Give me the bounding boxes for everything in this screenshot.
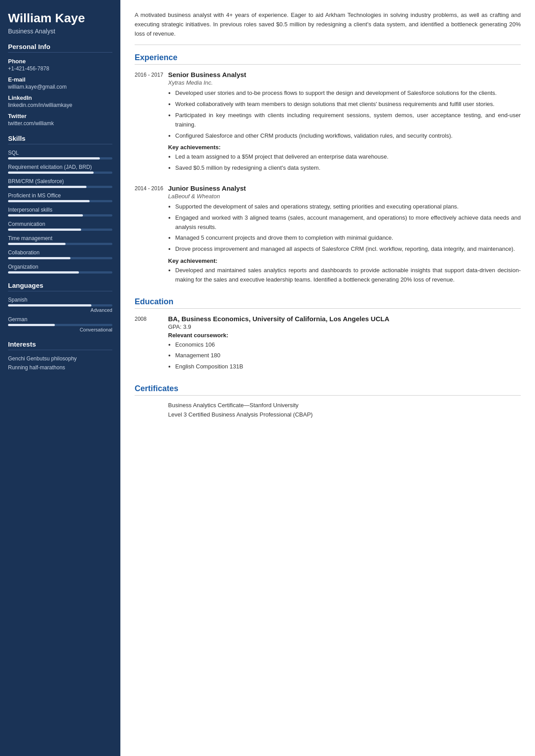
skill-bar-bg <box>8 186 112 188</box>
entry-dates: 2016 - 2017 <box>135 71 168 176</box>
skill-name: Collaboration <box>8 249 112 256</box>
certificates-list: Business Analytics Certificate—Stanford … <box>135 402 521 418</box>
summary-text: A motivated business analyst with 4+ yea… <box>135 11 521 45</box>
education-section: Education 2008 BA, Business Economics, U… <box>135 297 521 375</box>
skill-bar-fill <box>8 172 94 174</box>
certificates-heading: Certificates <box>135 384 521 396</box>
skills-list: SQL Requirement elicitation (JAD, BRD) B… <box>8 150 112 274</box>
coursework-item: Economics 106 <box>175 340 521 350</box>
entry-bullets: Developed user stories and to-be process… <box>175 89 521 140</box>
coursework-label: Relevant coursework: <box>168 332 521 339</box>
certificates-section: Certificates Business Analytics Certific… <box>135 384 521 418</box>
skill-bar-fill <box>8 229 81 231</box>
experience-entry: 2014 - 2016 Junior Business Analyst LaBe… <box>135 184 521 288</box>
skill-item: BRM/CRM (Salesforce) <box>8 178 112 188</box>
personal-info-fields: Phone +1-421-456-7878 E-mail william.kay… <box>8 58 112 127</box>
entry-bullets: Supported the development of sales and o… <box>175 202 521 254</box>
interests-list: Genchi Genbutsu philosophyRunning half-m… <box>8 356 112 371</box>
skill-name: Interpersonal skills <box>8 207 112 213</box>
phone-value: +1-421-456-7878 <box>8 65 112 72</box>
education-entry: 2008 BA, Business Economics, University … <box>135 315 521 375</box>
email-value: william.kaye@gmail.com <box>8 84 112 90</box>
skill-item: Requirement elicitation (JAD, BRD) <box>8 164 112 174</box>
bullet-item: Engaged and worked with 3 aligned teams … <box>175 213 521 232</box>
interests-heading: Interests <box>8 340 112 350</box>
skill-bar-fill <box>8 186 86 188</box>
entry-dates: 2008 <box>135 315 168 375</box>
personal-info-heading: Personal Info <box>8 43 112 53</box>
email-label: E-mail <box>8 76 112 83</box>
certificate-item: Business Analytics Certificate—Stanford … <box>135 402 521 409</box>
cert-text: Business Analytics Certificate—Stanford … <box>168 402 299 409</box>
skill-bar-fill <box>8 243 66 245</box>
skill-bar-fill <box>8 257 70 259</box>
achievement-item: Saved $0.5 million by redesigning a clie… <box>175 163 521 173</box>
skill-bar-fill <box>8 200 90 202</box>
entry-company: Xytras Media Inc. <box>168 79 521 86</box>
language-name: German <box>8 316 112 323</box>
skill-bar-fill <box>8 271 79 274</box>
twitter-value: twitter.com/williamk <box>8 120 112 127</box>
skill-item: Interpersonal skills <box>8 207 112 217</box>
linkedin-label: LinkedIn <box>8 94 112 101</box>
experience-entry: 2016 - 2017 Senior Business Analyst Xytr… <box>135 71 521 176</box>
bullet-item: Drove process improvement and managed al… <box>175 245 521 254</box>
experience-section: Experience 2016 - 2017 Senior Business A… <box>135 53 521 288</box>
edu-gpa: GPA: 3.9 <box>168 323 521 330</box>
achievements-label: Key achievements: <box>168 144 521 151</box>
skills-heading: Skills <box>8 135 112 144</box>
certificate-item: Level 3 Certified Business Analysis Prof… <box>135 411 521 418</box>
skill-bar-bg <box>8 157 112 159</box>
language-level: Conversational <box>8 327 112 332</box>
achievements-label: Key achievement: <box>168 257 521 264</box>
bullet-item: Supported the development of sales and o… <box>175 202 521 212</box>
cert-spacer <box>135 411 168 418</box>
achievement-item: Developed and maintained sales analytics… <box>175 266 521 285</box>
main-content: A motivated business analyst with 4+ yea… <box>120 0 535 756</box>
achievements-list: Led a team assigned to a $5M project tha… <box>175 152 521 173</box>
skill-item: Collaboration <box>8 249 112 259</box>
skill-bar-bg <box>8 243 112 245</box>
bullet-item: Worked collaboratively with team members… <box>175 100 521 109</box>
candidate-name: William Kaye <box>8 11 112 26</box>
coursework-item: Management 180 <box>175 351 521 360</box>
skill-bar-bg <box>8 271 112 274</box>
entry-dates: 2014 - 2016 <box>135 184 168 288</box>
interest-item: Genchi Genbutsu philosophy <box>8 356 112 362</box>
coursework-item: English Composition 131B <box>175 362 521 372</box>
language-bar-bg <box>8 324 112 326</box>
linkedin-value: linkedin.com/in/williamkaye <box>8 102 112 108</box>
language-item: Spanish Advanced <box>8 297 112 313</box>
skill-bar-bg <box>8 172 112 174</box>
skill-bar-bg <box>8 229 112 231</box>
education-heading: Education <box>135 297 521 309</box>
cert-text: Level 3 Certified Business Analysis Prof… <box>168 411 313 418</box>
skill-bar-fill <box>8 214 83 217</box>
bullet-item: Developed user stories and to-be process… <box>175 89 521 98</box>
entry-body: Senior Business Analyst Xytras Media Inc… <box>168 71 521 176</box>
skill-bar-bg <box>8 214 112 217</box>
experience-heading: Experience <box>135 53 521 65</box>
languages-list: Spanish Advanced German Conversational <box>8 297 112 332</box>
skill-item: Communication <box>8 221 112 231</box>
interest-item: Running half-marathons <box>8 364 112 371</box>
language-bar-fill <box>8 324 55 326</box>
bullet-item: Configured Salesforce and other CRM prod… <box>175 131 521 141</box>
sidebar: William Kaye Business Analyst Personal I… <box>0 0 120 756</box>
skill-name: SQL <box>8 150 112 156</box>
skill-bar-bg <box>8 200 112 202</box>
skill-name: Proficient in MS Office <box>8 192 112 199</box>
entry-title: Senior Business Analyst <box>168 71 521 78</box>
language-name: Spanish <box>8 297 112 303</box>
language-bar-fill <box>8 304 91 306</box>
achievement-item: Led a team assigned to a $5M project tha… <box>175 152 521 162</box>
skill-bar-bg <box>8 257 112 259</box>
coursework-list: Economics 106Management 180English Compo… <box>175 340 521 372</box>
language-bar-bg <box>8 304 112 306</box>
skill-item: Time management <box>8 235 112 245</box>
bullet-item: Managed 5 concurrent projects and drove … <box>175 233 521 243</box>
entry-title: Junior Business Analyst <box>168 184 521 192</box>
skill-name: BRM/CRM (Salesforce) <box>8 178 112 184</box>
entry-body: Junior Business Analyst LaBeouf & Wheato… <box>168 184 521 288</box>
skill-name: Time management <box>8 235 112 241</box>
